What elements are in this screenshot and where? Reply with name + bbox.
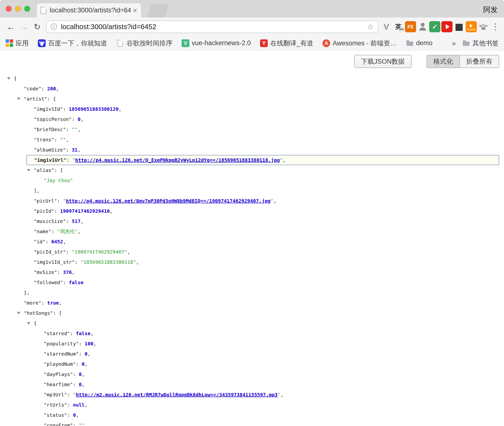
- json-key: "more": [24, 300, 41, 306]
- back-button[interactable]: ←: [4, 22, 17, 31]
- json-line: "mp3Url": "http://m2.music.126.net/RMJR7…: [0, 390, 504, 400]
- collapse-toggle-icon[interactable]: [17, 98, 20, 100]
- json-punct: :: [73, 382, 79, 387]
- fehelper-extension-icon[interactable]: FE: [405, 21, 416, 32]
- json-string: "周杰伦": [57, 229, 77, 234]
- json-punct: :: [57, 269, 63, 275]
- json-line: "popularity": 100,: [0, 339, 504, 349]
- json-punct: ,: [136, 259, 139, 265]
- json-punct: ,: [127, 249, 130, 255]
- json-punct: :: [63, 280, 69, 285]
- json-line: "img1v1Id_str": "18569651883380118",: [0, 257, 504, 267]
- collapse-toggle-icon[interactable]: [7, 77, 10, 80]
- extensions-area: V英enFE✓▦PLAYER: [381, 21, 489, 32]
- bookmarks-overflow-icon[interactable]: »: [452, 39, 456, 47]
- bookmark-item-5[interactable]: Y在线翻译_有道: [260, 39, 313, 48]
- bookmark-label: 应用: [16, 39, 29, 48]
- json-string: ": [270, 198, 273, 204]
- json-punct: ,: [93, 341, 96, 347]
- browser-menu-icon[interactable]: ⋮: [491, 22, 500, 32]
- json-punct: :: [73, 422, 79, 426]
- json-key: "artist": [24, 96, 47, 102]
- json-punct: },: [24, 290, 30, 296]
- page-content: 下载JSON数据 格式化 折叠所有 {"code": 200,"artist":…: [0, 51, 504, 426]
- json-punct: ,: [85, 422, 88, 426]
- person-extension-icon[interactable]: [417, 21, 428, 32]
- bookmark-item-6[interactable]: AAwesomes - 前端资…: [322, 39, 397, 48]
- window-controls: [6, 6, 30, 12]
- json-punct: ,: [59, 300, 62, 306]
- collapse-toggle-icon[interactable]: [17, 312, 20, 314]
- json-number: false: [69, 280, 84, 285]
- json-punct: :: [73, 371, 79, 377]
- json-line: "musicSize": 517,: [0, 216, 504, 226]
- tab-bar: localhost:3000/artists?id=645 × 阿发: [0, 0, 504, 17]
- json-number: 0: [79, 382, 82, 387]
- json-link[interactable]: http://p4.music.126.net/8mv7qP30Pd3oHW8b…: [66, 198, 270, 204]
- json-punct: ,: [78, 147, 81, 153]
- json-punct: :: [67, 392, 73, 398]
- collapse-toggle-icon[interactable]: [27, 322, 30, 324]
- vimium-extension-icon[interactable]: V: [381, 21, 392, 32]
- download-json-button[interactable]: 下载JSON数据: [354, 55, 412, 68]
- json-punct: :: [66, 249, 72, 255]
- reload-button[interactable]: ↻: [31, 23, 44, 31]
- bookmark-item-1[interactable]: 应用: [5, 39, 29, 48]
- json-punct: :: [79, 351, 85, 357]
- json-punct: ,: [110, 208, 113, 214]
- bookmark-star-icon[interactable]: ☆: [367, 22, 374, 31]
- tab-close-icon[interactable]: ×: [133, 7, 137, 14]
- json-line: "code": 200,: [0, 84, 504, 94]
- collapse-toggle-icon[interactable]: [27, 169, 30, 171]
- json-key: "starred": [44, 331, 70, 336]
- json-punct: :: [70, 331, 76, 336]
- zoom-window-button[interactable]: [24, 6, 30, 12]
- json-punct: ,: [118, 106, 121, 112]
- other-bookmarks-label: 其他书签: [472, 39, 499, 48]
- json-line: "img1v1Id": 18569651883380120,: [0, 104, 504, 114]
- paw-extension-icon[interactable]: [478, 21, 489, 32]
- json-key: "img1v1Id_str": [34, 259, 75, 265]
- player-extension-icon[interactable]: PLAYER: [466, 21, 477, 32]
- other-bookmarks-folder[interactable]: 其他书签: [462, 39, 499, 48]
- youtube-extension-icon[interactable]: [441, 21, 453, 32]
- json-line: "more": true,: [0, 298, 504, 308]
- format-button[interactable]: 格式化: [427, 55, 460, 68]
- json-link[interactable]: http://m2.music.126.net/RMJR7wDullRqppBk…: [76, 392, 277, 398]
- page-icon: [116, 39, 124, 47]
- profile-name[interactable]: 阿发: [483, 5, 498, 15]
- bookmark-item-3[interactable]: 谷歌按时间排序: [116, 39, 172, 48]
- json-string: ": [73, 392, 76, 398]
- json-number: 0: [79, 371, 82, 377]
- json-punct: ,: [82, 371, 85, 377]
- bookmark-item-2[interactable]: 百度一下，你就知道: [38, 39, 107, 48]
- json-key: "picId_str": [34, 249, 66, 255]
- json-key: "name": [34, 229, 51, 234]
- json-key: "img1v1Url": [34, 157, 66, 163]
- json-punct: ,: [63, 239, 66, 245]
- minimize-window-button[interactable]: [15, 6, 21, 12]
- json-punct: :: [67, 402, 73, 408]
- bookmark-item-4[interactable]: Vvue-hackernews-2.0: [182, 39, 251, 47]
- green-shield-extension-icon[interactable]: ✓: [429, 21, 440, 32]
- json-number: 0: [78, 116, 81, 122]
- qrcode-extension-icon[interactable]: ▦: [454, 21, 465, 32]
- json-punct: ,: [85, 402, 88, 408]
- json-string: "": [72, 127, 78, 132]
- bookmark-item-7[interactable]: demo: [406, 39, 433, 47]
- json-punct: :: [41, 86, 47, 92]
- new-tab-button[interactable]: [147, 4, 169, 17]
- collapse-all-button[interactable]: 折叠所有: [460, 55, 499, 68]
- page-info-icon[interactable]: ⓘ: [50, 22, 57, 31]
- json-key: "copyFrom": [44, 422, 73, 426]
- translate-extension-icon[interactable]: 英en: [393, 21, 404, 32]
- json-key: "playedNum": [44, 361, 76, 367]
- json-key: "mvSize": [34, 269, 57, 275]
- address-bar[interactable]: ⓘ localhost:3000/artists?id=6452 ☆: [46, 20, 378, 33]
- json-line: "followed": false: [0, 277, 504, 288]
- close-window-button[interactable]: [6, 6, 12, 12]
- json-punct: : [: [53, 310, 62, 316]
- json-link[interactable]: http://p4.music.126.net/Q_ExePNkmgB2yWyL…: [75, 157, 280, 163]
- browser-tab[interactable]: localhost:3000/artists?id=645 ×: [36, 3, 141, 17]
- browser-toolbar: ← → ↻ ⓘ localhost:3000/artists?id=6452 ☆…: [0, 17, 504, 36]
